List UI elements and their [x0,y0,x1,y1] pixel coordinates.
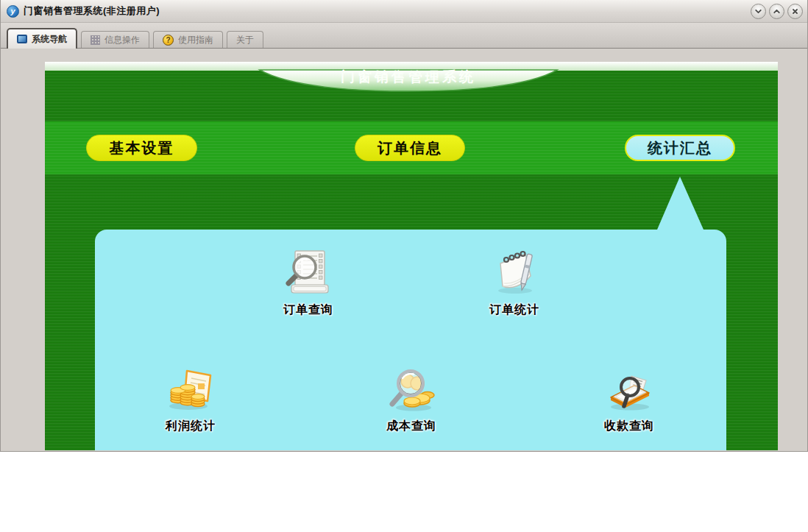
chevron-down-icon [754,7,762,15]
tab-bar: 系统导航 信息操作 ? 使用指南 关于 [1,23,807,49]
help-icon: ? [163,35,174,46]
tab-system-navigation[interactable]: 系统导航 [7,28,77,49]
menu-item-label: 成本查询 [386,419,436,434]
chevron-up-icon [773,7,781,15]
monitor-icon [17,35,27,43]
coins-document-icon [165,363,216,415]
tab-label: 使用指南 [178,34,213,46]
book-magnifier-icon [603,363,655,415]
menu-item-label: 收款查询 [604,419,654,434]
menu-item-cost-query[interactable]: 成本查询 [356,363,467,434]
maximize-button[interactable] [769,4,784,19]
statistics-submenu-panel: 订单查询 [95,230,726,450]
minimize-button[interactable] [751,4,766,19]
document-magnifier-icon [283,247,334,299]
statistics-summary-button[interactable]: 统计汇总 [625,135,735,161]
order-information-button[interactable]: 订单信息 [355,135,465,161]
close-icon [791,7,799,15]
menu-item-order-statistics[interactable]: 订单统计 [459,247,570,318]
tab-page-system-navigation: 门窗销售管理系统 基本设置 订单信息 统计汇总 [1,49,807,451]
basic-settings-button[interactable]: 基本设置 [86,135,197,161]
menu-item-payment-query[interactable]: 收款查询 [574,363,684,434]
title-bar: y 门窗销售管理系统(非注册用户) [1,0,807,23]
menu-item-label: 订单查询 [283,302,333,318]
window-title: 门窗销售管理系统(非注册用户) [24,4,160,18]
menu-item-order-query[interactable]: 订单查询 [253,247,364,318]
navigation-panel: 门窗销售管理系统 基本设置 订单信息 统计汇总 [45,62,778,450]
banner: 门窗销售管理系统 [45,62,778,100]
close-button[interactable] [787,4,803,19]
magnifier-coins-icon [386,363,437,415]
category-button-band: 基本设置 订单信息 统计汇总 [45,121,778,174]
tab-label: 系统导航 [32,33,67,46]
grid-icon [91,35,100,45]
notepad-pen-icon [489,247,540,299]
menu-item-label: 订单统计 [489,302,539,318]
tab-about[interactable]: 关于 [227,31,263,48]
tab-label: 关于 [236,34,254,46]
banner-title: 门窗销售管理系统 [341,69,476,85]
tab-information-operations[interactable]: 信息操作 [81,31,149,48]
app-logo-icon: y [7,5,19,18]
app-window: y 门窗销售管理系统(非注册用户) 系统导航 信息操作 [0,0,808,452]
selected-category-pointer [657,177,704,230]
tab-user-guide[interactable]: ? 使用指南 [153,31,223,48]
menu-item-label: 利润统计 [166,419,216,434]
menu-item-profit-statistics[interactable]: 利润统计 [135,363,246,434]
tab-label: 信息操作 [104,34,140,46]
